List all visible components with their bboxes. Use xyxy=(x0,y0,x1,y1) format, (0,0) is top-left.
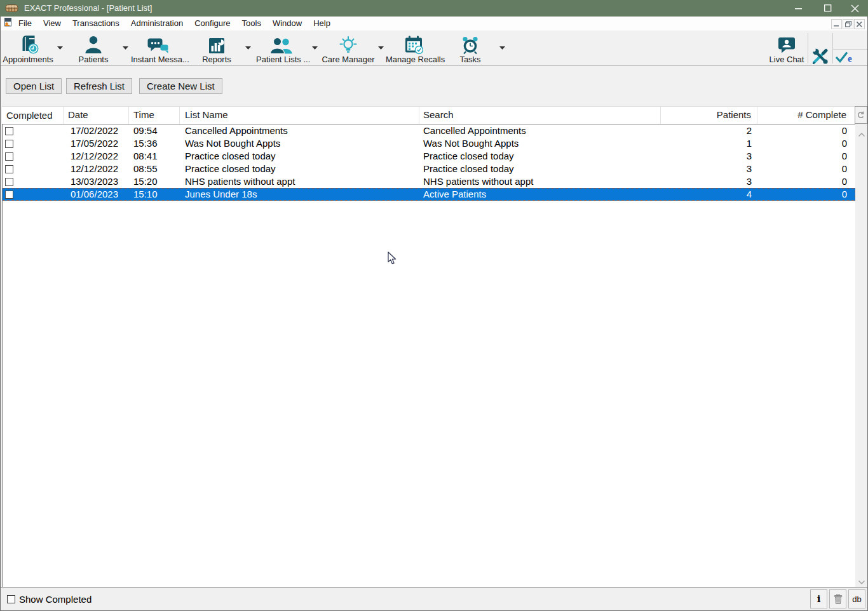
column-header-complete[interactable]: # Complete xyxy=(757,107,855,124)
menu-view[interactable]: View xyxy=(37,17,67,30)
patient-list-table: Completed Date Time List Name Search Pat… xyxy=(2,106,855,588)
row-checkbox[interactable] xyxy=(5,178,13,186)
table-row[interactable]: 12/12/2022 08:55 Practice closed today P… xyxy=(2,163,855,175)
table-header: Completed Date Time List Name Search Pat… xyxy=(2,107,855,124)
toolbar-reports-button[interactable]: Reports xyxy=(191,30,242,65)
database-button[interactable]: db xyxy=(848,589,865,608)
table-row[interactable]: 13/03/2023 15:20 NHS patients without ap… xyxy=(2,175,855,188)
svg-text:e: e xyxy=(848,53,852,63)
live-chat-icon xyxy=(766,30,807,55)
toolbar-care-manager-button[interactable]: Care Manager xyxy=(322,30,375,65)
scroll-down-arrow[interactable] xyxy=(858,575,865,587)
document-icon[interactable] xyxy=(3,17,13,30)
instant-message-icon xyxy=(131,30,186,55)
vertical-scrollbar xyxy=(855,106,867,587)
column-header-list-name[interactable]: List Name xyxy=(180,107,419,124)
patient-lists-icon xyxy=(256,30,307,55)
mdi-window-controls xyxy=(831,19,865,29)
show-completed-checkbox[interactable]: Show Completed xyxy=(7,594,92,605)
action-button-bar: Open List Refresh List Create New List xyxy=(1,66,867,106)
menu-window[interactable]: Window xyxy=(267,17,308,30)
window-border xyxy=(0,17,1,611)
table-row[interactable]: 17/02/2022 09:54 Cancelled Appointments … xyxy=(2,124,855,137)
toolbar-patients-button[interactable]: Patients xyxy=(68,30,119,65)
delete-button[interactable] xyxy=(829,589,846,608)
appointments-dropdown-arrow[interactable] xyxy=(57,46,63,50)
row-checkbox[interactable] xyxy=(5,127,13,135)
row-checkbox[interactable] xyxy=(5,165,13,173)
care-manager-icon xyxy=(322,30,375,55)
table-body: 17/02/2022 09:54 Cancelled Appointments … xyxy=(2,124,855,588)
row-checkbox[interactable] xyxy=(5,140,13,148)
scroll-up-arrow[interactable] xyxy=(858,128,865,139)
menu-tools[interactable]: Tools xyxy=(236,17,267,30)
patient-lists-dropdown-arrow[interactable] xyxy=(312,46,318,50)
tasks-icon xyxy=(445,30,496,55)
checkbox-box[interactable] xyxy=(7,595,15,603)
appointments-icon xyxy=(3,30,53,55)
toolbar-tasks-button[interactable]: Tasks xyxy=(445,30,496,65)
mdi-restore-button[interactable] xyxy=(843,19,853,29)
maximize-button[interactable] xyxy=(813,0,842,17)
toolbar-appointments-button[interactable]: Appointments xyxy=(3,30,53,65)
column-options-button[interactable] xyxy=(855,106,867,124)
toolbar: Appointments Patients Instant Messa... R… xyxy=(1,30,867,66)
menu-administration[interactable]: Administration xyxy=(125,17,189,30)
manage-recalls-icon xyxy=(386,30,442,55)
create-new-list-button[interactable]: Create New List xyxy=(139,78,222,94)
reports-icon xyxy=(191,30,242,55)
minimize-button[interactable] xyxy=(784,0,813,17)
patients-dropdown-arrow[interactable] xyxy=(123,46,128,50)
column-header-patients[interactable]: Patients xyxy=(661,107,757,124)
menu-bar: File View Transactions Administration Co… xyxy=(1,17,867,30)
refresh-list-button[interactable]: Refresh List xyxy=(66,78,132,94)
menu-help[interactable]: Help xyxy=(308,17,336,30)
table-row[interactable]: 12/12/2022 08:41 Practice closed today P… xyxy=(2,150,855,163)
app-icon xyxy=(5,3,19,16)
info-button[interactable]: i xyxy=(810,589,827,608)
bottom-bar: Show Completed i db xyxy=(1,588,867,610)
column-header-time[interactable]: Time xyxy=(129,107,180,124)
column-header-date[interactable]: Date xyxy=(64,107,129,124)
checkbox-label: Show Completed xyxy=(19,594,92,605)
row-checkbox[interactable] xyxy=(5,191,13,199)
open-list-button[interactable]: Open List xyxy=(6,78,62,94)
window-title: EXACT Professional - [Patient List] xyxy=(24,0,152,17)
close-button[interactable] xyxy=(842,0,868,17)
table-row-selected[interactable]: 01/06/2023 15:10 Junes Under 18s Active … xyxy=(2,188,855,201)
mdi-close-button[interactable] xyxy=(854,19,865,29)
reports-dropdown-arrow[interactable] xyxy=(245,46,251,50)
menu-file[interactable]: File xyxy=(13,17,37,30)
row-checkbox[interactable] xyxy=(5,152,13,161)
column-header-search[interactable]: Search xyxy=(419,107,661,124)
toolbar-patient-lists-button[interactable]: Patient Lists ... xyxy=(256,30,307,65)
column-header-completed[interactable]: Completed xyxy=(2,107,64,124)
care-manager-dropdown-arrow[interactable] xyxy=(378,46,384,50)
mdi-minimize-button[interactable] xyxy=(831,19,842,29)
customize-tools-icon[interactable] xyxy=(811,48,830,68)
table-border xyxy=(2,124,3,587)
title-bar: EXACT Professional - [Patient List] xyxy=(0,0,868,17)
exact-check-icon[interactable]: e xyxy=(835,51,855,65)
mouse-cursor xyxy=(388,252,398,269)
patients-icon xyxy=(68,30,119,55)
toolbar-instant-message-button[interactable]: Instant Messa... xyxy=(131,30,186,65)
menu-configure[interactable]: Configure xyxy=(189,17,236,30)
tasks-dropdown-arrow[interactable] xyxy=(499,46,505,50)
scrollbar-track[interactable] xyxy=(855,124,867,587)
menu-transactions[interactable]: Transactions xyxy=(67,17,125,30)
toolbar-live-chat-button[interactable]: Live Chat xyxy=(766,30,807,65)
toolbar-manage-recalls-button[interactable]: Manage Recalls xyxy=(386,30,442,65)
table-row[interactable]: 17/05/2022 15:36 Was Not Bought Appts Wa… xyxy=(2,137,855,150)
